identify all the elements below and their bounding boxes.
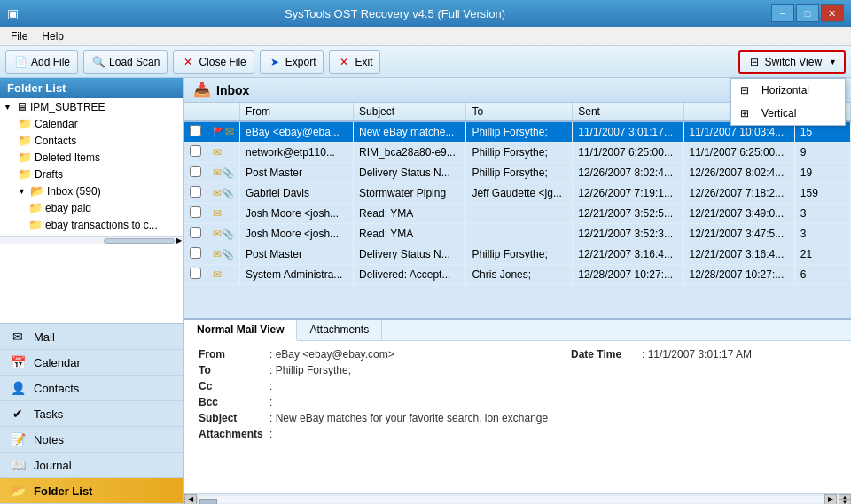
tab-attachments[interactable]: Attachments — [297, 320, 382, 340]
row-checkbox[interactable] — [184, 224, 207, 244]
row-subject: Delivery Status N... — [354, 163, 466, 183]
close-button[interactable]: ✕ — [821, 4, 844, 22]
notes-icon: 📝 — [9, 431, 27, 447]
preview-right: Date Time : 11/1/2007 3:01:17 AM — [571, 348, 837, 364]
nav-contacts[interactable]: 👤 Contacts — [0, 376, 183, 401]
maximize-button[interactable]: □ — [796, 4, 819, 22]
tree-item-deleted[interactable]: 📁 Deleted Items — [14, 149, 183, 166]
nav-journal[interactable]: 📖 Journal — [0, 453, 183, 478]
horizontal-icon: ⊟ — [740, 83, 756, 97]
preview-left: From : eBay <ebay@ebay.com> — [199, 348, 571, 364]
row-subject: Read: YMA — [354, 224, 466, 244]
tree-item-calendar[interactable]: 📁 Calendar — [14, 115, 183, 132]
to-value: : Phillip Forsythe; — [269, 364, 837, 376]
table-row[interactable]: ✉📎Post MasterDelivery Status N...Phillip… — [184, 244, 851, 265]
tree-item-drafts[interactable]: 📁 Drafts — [14, 166, 183, 182]
row-checkbox[interactable] — [184, 163, 207, 183]
menu-file[interactable]: File — [4, 28, 35, 44]
tasks-icon: ✔ — [9, 406, 27, 422]
row-sent2: 11/1/2007 6:25:00... — [683, 143, 794, 163]
nav-mail[interactable]: ✉ Mail — [0, 324, 183, 350]
exit-button[interactable]: ✕ Exit — [329, 50, 380, 74]
export-button[interactable]: ➤ Export — [260, 50, 324, 74]
tree-scrollbar[interactable] — [104, 238, 175, 244]
tree-item-contacts[interactable]: 📁 Contacts — [14, 132, 183, 149]
row-subject: Read: YMA — [354, 204, 466, 224]
add-file-button[interactable]: 📄 Add File — [5, 50, 78, 74]
row-sent2: 12/21/2007 3:16:4... — [683, 244, 794, 265]
tree-scroll-right[interactable]: ▶ — [176, 236, 182, 244]
row-sent: 11/1/2007 3:01:17... — [573, 121, 683, 143]
col-sent[interactable]: Sent — [573, 103, 683, 121]
row-sent: 12/28/2007 10:27:... — [573, 265, 683, 285]
row-checkbox[interactable] — [184, 204, 207, 224]
load-scan-button[interactable]: 🔍 Load Scan — [83, 50, 168, 74]
scroll-right-arrow[interactable]: ▶ — [824, 494, 837, 505]
table-row[interactable]: ✉System Administra...Delivered: Accept..… — [184, 265, 851, 285]
row-to — [466, 204, 573, 224]
tree-item-label: Drafts — [35, 168, 63, 181]
row-icon: ✉📎 — [207, 163, 240, 183]
close-file-button[interactable]: ✕ Close File — [173, 50, 254, 74]
minimize-button[interactable]: − — [771, 4, 794, 22]
folder-list-header: Folder List — [0, 78, 183, 98]
subject-value: : New eBay matches for your favorite sea… — [269, 412, 837, 424]
row-checkbox[interactable] — [184, 121, 207, 143]
switch-view-button[interactable]: ⊟ Switch View ▼ — [738, 50, 846, 74]
datetime-label: Date Time — [571, 348, 642, 361]
folder-tree: ▼ 🖥 IPM_SUBTREE 📁 Calendar 📁 Contacts 📁 … — [0, 98, 183, 323]
vertical-icon: ⊞ — [740, 106, 756, 120]
row-to: Phillip Forsythe; — [466, 121, 573, 143]
toolbar: 📄 Add File 🔍 Load Scan ✕ Close File ➤ Ex… — [0, 46, 851, 78]
row-size: 6 — [794, 265, 850, 285]
email-table-wrapper[interactable]: From Subject To Sent Size(KB) 🚩✉eBay <eb… — [184, 103, 851, 318]
vertical-option[interactable]: ⊞ Vertical — [731, 102, 845, 125]
envelope-icon: ✉ — [213, 268, 222, 281]
nav-tasks[interactable]: ✔ Tasks — [0, 401, 183, 427]
preview-to-row: To : Phillip Forsythe; — [199, 364, 837, 376]
tree-item-ebay-paid[interactable]: 📁 ebay paid — [25, 199, 183, 216]
row-checkbox[interactable] — [184, 265, 207, 285]
tree-item-label: IPM_SUBTREE — [30, 101, 105, 113]
table-row[interactable]: ✉📎Gabriel DavisStormwater PipingJeff Gau… — [184, 183, 851, 204]
row-checkbox[interactable] — [184, 143, 207, 163]
nav-notes[interactable]: 📝 Notes — [0, 427, 183, 453]
row-size: 21 — [794, 244, 850, 265]
tab-normal-mail-view[interactable]: Normal Mail View — [184, 320, 297, 341]
scroll-left-arrow[interactable]: ◀ — [184, 494, 197, 505]
table-row[interactable]: ✉📎Post MasterDelivery Status N...Phillip… — [184, 163, 851, 183]
folder-icon: 📁 — [28, 201, 43, 214]
bcc-label: Bcc — [199, 396, 269, 408]
row-size: 159 — [794, 183, 850, 204]
tree-item-inbox[interactable]: ▼ 📂 Inbox (590) — [14, 182, 183, 199]
table-row[interactable]: ✉Josh Moore <josh...Read: YMA12/21/2007 … — [184, 204, 851, 224]
nav-folder-list[interactable]: 📂 Folder List — [0, 478, 183, 504]
row-sent2: 12/26/2007 8:02:4... — [683, 163, 794, 183]
attachments-label: Attachments — [199, 428, 269, 440]
scroll-track — [197, 496, 824, 503]
table-row[interactable]: ✉📎Josh Moore <josh...Read: YMA12/21/2007… — [184, 224, 851, 244]
row-icon: ✉📎 — [207, 183, 240, 204]
row-checkbox[interactable] — [184, 183, 207, 204]
main-area: Folder List ▼ 🖥 IPM_SUBTREE 📁 Calendar 📁… — [0, 78, 851, 504]
datetime-value: : 11/1/2007 3:01:17 AM — [642, 348, 837, 361]
menu-help[interactable]: Help — [35, 28, 71, 44]
app-icon: ▣ — [7, 6, 19, 20]
titlebar-controls: − □ ✕ — [771, 4, 844, 22]
row-checkbox[interactable] — [184, 244, 207, 265]
row-sent: 11/1/2007 6:25:00... — [573, 143, 683, 163]
tree-item-label: Deleted Items — [35, 151, 100, 164]
envelope-icon: ✉ — [213, 167, 222, 179]
col-to[interactable]: To — [466, 103, 573, 121]
nav-calendar[interactable]: 📅 Calendar — [0, 350, 183, 376]
scroll-down-arrow[interactable]: ▼ — [839, 500, 851, 505]
table-row[interactable]: ✉network@etp110...RIM_bca28a80-e9...Phil… — [184, 143, 851, 163]
tree-item-ebay-transactions[interactable]: 📁 ebay transactions to c... — [25, 216, 183, 233]
horizontal-option[interactable]: ⊟ Horizontal — [731, 79, 845, 102]
col-subject[interactable]: Subject — [354, 103, 466, 121]
col-from[interactable]: From — [240, 103, 354, 121]
switch-view-dropdown: ⊟ Horizontal ⊞ Vertical — [730, 78, 846, 126]
scroll-thumb-h[interactable] — [199, 499, 217, 505]
preview-tabs: Normal Mail View Attachments — [184, 320, 851, 341]
tree-item-ipm[interactable]: ▼ 🖥 IPM_SUBTREE — [0, 98, 183, 115]
